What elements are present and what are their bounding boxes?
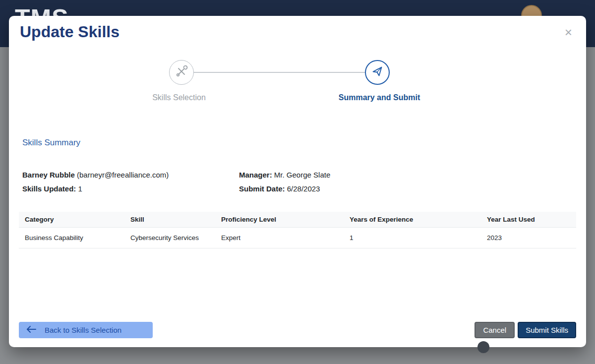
close-icon[interactable]: ×: [565, 26, 572, 39]
step-label-summary-submit: Summary and Submit: [325, 93, 434, 102]
skills-updated-label: Skills Updated:: [22, 184, 76, 193]
floating-widget: [477, 341, 489, 353]
step-skills-selection[interactable]: [169, 60, 194, 85]
table-header-row: Category Skill Proficiency Level Years o…: [19, 212, 576, 228]
modal-title: Update Skills: [20, 23, 119, 41]
table-row: Business Capability Cybersecurity Servic…: [19, 228, 576, 248]
column-header-skill: Skill: [124, 212, 215, 228]
submit-date-label: Submit Date:: [239, 184, 285, 193]
column-header-year-last-used: Year Last Used: [481, 212, 576, 228]
skills-table: Category Skill Proficiency Level Years o…: [19, 212, 576, 248]
column-header-category: Category: [19, 212, 124, 228]
skills-updated: Skills Updated: 1: [22, 184, 82, 193]
back-to-skills-selection-button[interactable]: Back to Skills Selection: [19, 322, 153, 338]
column-header-proficiency: Proficiency Level: [215, 212, 344, 228]
arrow-left-icon: [26, 325, 37, 335]
cell-years: 1: [344, 228, 481, 248]
cell-year-last-used: 2023: [481, 228, 576, 248]
update-skills-modal: Update Skills × Skills Selection Summary…: [9, 16, 586, 347]
manager-value: Mr. George Slate: [274, 171, 330, 179]
manager-label: Manager:: [239, 171, 272, 179]
column-header-years: Years of Experience: [344, 212, 481, 228]
stepper-connector: [194, 72, 365, 73]
user-email: (barneyr@freealliance.com): [77, 171, 169, 179]
user-name-email: Barney Rubble (barneyr@freealliance.com): [22, 171, 169, 179]
manager: Manager: Mr. George Slate: [239, 171, 330, 179]
cancel-button[interactable]: Cancel: [475, 322, 515, 338]
back-button-label: Back to Skills Selection: [45, 326, 121, 334]
step-label-skills-selection: Skills Selection: [129, 93, 229, 102]
step-summary-submit[interactable]: [365, 60, 390, 85]
send-icon: [371, 65, 384, 80]
submit-skills-button[interactable]: Submit Skills: [518, 322, 576, 338]
user-name: Barney Rubble: [22, 171, 75, 179]
skills-updated-value: 1: [78, 184, 82, 193]
skills-summary-heading: Skills Summary: [22, 138, 80, 148]
cell-proficiency: Expert: [215, 228, 344, 248]
cell-skill: Cybersecurity Services: [124, 228, 215, 248]
submit-date-value: 6/28/2023: [287, 184, 320, 193]
footer-actions: Cancel Submit Skills: [475, 322, 576, 338]
cell-category: Business Capability: [19, 228, 124, 248]
tools-icon: [175, 64, 188, 80]
submit-date: Submit Date: 6/28/2023: [239, 184, 320, 193]
